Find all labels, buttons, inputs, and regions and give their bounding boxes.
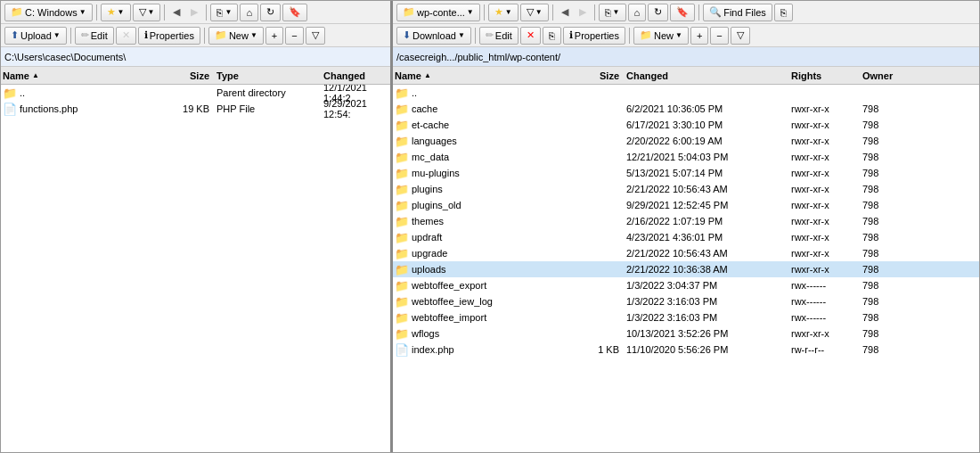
right-filter2-btn[interactable]: ▽ xyxy=(731,27,750,45)
file-icon: 📄 xyxy=(3,103,17,116)
file-rights-cell: rwxr-xr-x xyxy=(791,119,862,130)
find-files-btn[interactable]: 🔍 Find Files xyxy=(703,4,772,21)
left-back-btn[interactable]: ◀ xyxy=(168,4,184,21)
left-bookmark-btn[interactable]: ★ ▼ xyxy=(101,4,131,21)
right-dir-dropdown[interactable]: 📁 wp-conte... ▼ xyxy=(396,4,480,21)
list-item[interactable]: 📁 plugins_old 9/29/2021 12:52:45 PM rwxr… xyxy=(393,197,979,213)
file-changed-cell: 9/29/2021 12:54: xyxy=(323,98,388,119)
left-address-bar[interactable]: C:\Users\casec\Documents\ xyxy=(1,47,390,67)
new-icon: 📁 xyxy=(215,29,227,41)
right-copy2-btn[interactable]: ⎘ xyxy=(543,27,561,45)
left-plus-btn[interactable]: + xyxy=(265,27,283,45)
right-col-owner[interactable]: Owner xyxy=(862,70,977,81)
list-item[interactable]: 📁 et-cache 6/17/2021 3:30:10 PM rwxr-xr-… xyxy=(393,117,979,133)
list-item[interactable]: 📁 plugins 2/21/2022 10:56:43 AM rwxr-xr-… xyxy=(393,181,979,197)
list-item[interactable]: 📁 webtoffee_export 1/3/2022 3:04:37 PM r… xyxy=(393,277,979,293)
right-filter2-icon: ▽ xyxy=(737,29,744,41)
list-item[interactable]: 📁 .. xyxy=(393,85,979,101)
file-owner-cell: 798 xyxy=(862,136,977,146)
list-item[interactable]: 📁 updraft 4/23/2021 4:36:01 PM rwxr-xr-x… xyxy=(393,229,979,245)
right-chevron-down-icon: ▼ xyxy=(467,8,474,16)
list-item[interactable]: 📁 languages 2/20/2022 6:00:19 AM rwxr-xr… xyxy=(393,133,979,149)
file-name-cell: 📁 updraft xyxy=(395,231,573,244)
right-home-btn[interactable]: ⌂ xyxy=(628,4,647,21)
right-back-btn[interactable]: ◀ xyxy=(557,4,573,21)
list-item[interactable]: 📁 upgrade 2/21/2022 10:56:43 AM rwxr-xr-… xyxy=(393,245,979,261)
chevron-down-icon4: ▼ xyxy=(225,8,232,16)
right-delete-btn[interactable]: ✕ xyxy=(520,27,541,45)
right-address-text: /casecreigh.../public_html/wp-content/ xyxy=(396,52,560,62)
right-edit-btn[interactable]: ✏ Edit xyxy=(479,27,519,45)
file-name-cell: 📁 mc_data xyxy=(395,151,573,164)
list-item[interactable]: 📄 index.php 1 KB 11/10/2020 5:56:26 PM r… xyxy=(393,342,979,358)
left-delete-btn[interactable]: ✕ xyxy=(116,27,136,45)
left-properties-btn[interactable]: ℹ Properties xyxy=(138,27,200,45)
right-filter-btn[interactable]: ▽ ▼ xyxy=(520,4,549,21)
left-filter2-btn[interactable]: ▽ xyxy=(306,27,325,45)
upload-btn[interactable]: ⬆ Upload ▼ xyxy=(4,27,67,45)
list-item[interactable]: 📁 webtoffee_iew_log 1/3/2022 3:16:03 PM … xyxy=(393,293,979,309)
left-dir-dropdown[interactable]: 📁 C: Windows ▼ xyxy=(4,4,93,21)
file-changed-cell: 12/21/2021 5:04:03 PM xyxy=(626,152,791,162)
left-edit-btn[interactable]: ✏ Edit xyxy=(75,27,114,45)
left-action-toolbar: ⬆ Upload ▼ ✏ Edit ✕ ℹ Properties xyxy=(1,24,390,47)
file-rights-cell: rwxr-xr-x xyxy=(791,248,862,259)
left-home-btn[interactable]: ⌂ xyxy=(240,4,258,21)
file-owner-cell: 798 xyxy=(862,232,977,243)
right-plus-btn[interactable]: + xyxy=(690,27,708,45)
right-new-btn[interactable]: 📁 New ▼ xyxy=(633,27,689,45)
folder-icon: 📁 xyxy=(395,103,409,116)
left-new-btn[interactable]: 📁 New ▼ xyxy=(208,27,264,45)
right-home-icon: ⌂ xyxy=(634,7,641,18)
right-col-size[interactable]: Size xyxy=(573,70,626,81)
folder-icon: 📁 xyxy=(395,167,409,180)
file-name-cell: 📄 index.php xyxy=(395,343,573,357)
left-copy-btn[interactable]: ⎘ ▼ xyxy=(210,4,238,21)
file-changed-cell: 5/13/2021 5:07:14 PM xyxy=(626,168,791,178)
list-item[interactable]: 📄 functions.php 19 KB PHP File 9/29/2021… xyxy=(1,101,390,117)
left-properties-label: Properties xyxy=(150,30,194,41)
file-changed-cell: 11/10/2020 5:56:26 PM xyxy=(626,344,791,355)
right-address-bar[interactable]: /casecreigh.../public_html/wp-content/ xyxy=(393,47,979,67)
right-properties-label: Properties xyxy=(575,30,619,41)
right-col-rights[interactable]: Rights xyxy=(791,70,862,81)
right-col-changed[interactable]: Changed xyxy=(626,70,791,81)
left-new-dropdown: ▼ xyxy=(250,31,257,39)
left-forward-btn[interactable]: ▶ xyxy=(186,4,202,21)
left-minus-btn[interactable]: − xyxy=(285,27,303,45)
list-item[interactable]: 📁 wflogs 10/13/2021 3:52:26 PM rwxr-xr-x… xyxy=(393,325,979,342)
right-bookmark2-icon: 🔖 xyxy=(676,6,689,18)
left-bookmark2-btn[interactable]: 🔖 xyxy=(282,4,307,21)
file-rights-cell: rwx------ xyxy=(791,296,862,307)
right-bookmark2-btn[interactable]: 🔖 xyxy=(670,4,695,21)
left-col-size[interactable]: Size xyxy=(163,70,216,81)
list-item[interactable]: 📁 cache 6/2/2021 10:36:05 PM rwxr-xr-x 7… xyxy=(393,101,979,117)
left-col-type[interactable]: Type xyxy=(216,70,323,81)
file-name-cell: 📄 functions.php xyxy=(3,103,163,116)
right-folder-icon: 📁 xyxy=(403,6,415,18)
file-rights-cell: rwxr-xr-x xyxy=(791,232,862,243)
left-col-changed[interactable]: Changed xyxy=(323,70,388,81)
properties-icon: ℹ xyxy=(144,29,148,41)
left-col-name[interactable]: Name ▲ xyxy=(3,70,163,81)
list-item[interactable]: 📁 mu-plugins 5/13/2021 5:07:14 PM rwxr-x… xyxy=(393,165,979,181)
right-forward-btn[interactable]: ▶ xyxy=(575,4,591,21)
right-file-list: 📁 .. 📁 cache 6/2/2021 10:36:05 PM rwxr-x… xyxy=(393,85,979,452)
r-sep4 xyxy=(698,4,699,21)
right-copy-btn[interactable]: ⎘ ▼ xyxy=(599,4,626,21)
left-filter-btn[interactable]: ▽ ▼ xyxy=(133,4,161,21)
right-properties-btn[interactable]: ℹ Properties xyxy=(563,27,625,45)
right-extra-btn[interactable]: ⎘ xyxy=(774,4,793,21)
right-minus-btn[interactable]: − xyxy=(710,27,728,45)
left-pane: 📁 C: Windows ▼ ★ ▼ ▽ ▼ ◀ ▶ xyxy=(1,1,393,452)
list-item[interactable]: 📁 themes 2/16/2022 1:07:19 PM rwxr-xr-x … xyxy=(393,213,979,229)
download-btn[interactable]: ⬇ Download ▼ xyxy=(396,27,471,45)
right-bookmark-btn[interactable]: ★ ▼ xyxy=(488,4,519,21)
file-name-cell: 📁 languages xyxy=(395,135,573,148)
list-item[interactable]: 📁 uploads 2/21/2022 10:36:38 AM rwxr-xr-… xyxy=(393,261,979,277)
left-refresh-btn[interactable]: ↻ xyxy=(260,4,281,21)
right-col-name[interactable]: Name ▲ xyxy=(395,70,573,81)
right-refresh-btn[interactable]: ↻ xyxy=(648,4,668,21)
list-item[interactable]: 📁 mc_data 12/21/2021 5:04:03 PM rwxr-xr-… xyxy=(393,149,979,165)
list-item[interactable]: 📁 webtoffee_import 1/3/2022 3:16:03 PM r… xyxy=(393,309,979,325)
